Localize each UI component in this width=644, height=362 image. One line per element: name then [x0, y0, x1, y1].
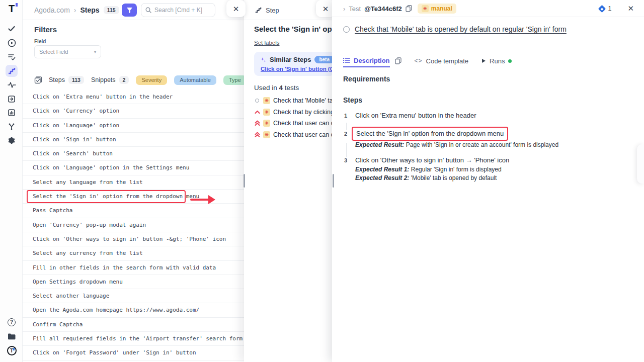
- task-diamond-icon: [598, 5, 606, 13]
- tab-snippets[interactable]: Snippets 2: [91, 76, 129, 84]
- used-in-tests-label: Used in 4 tests: [254, 84, 299, 92]
- tab-description[interactable]: Description: [343, 54, 390, 67]
- tab-description-label: Description: [354, 57, 390, 64]
- set-labels-link[interactable]: Set labels: [254, 40, 280, 46]
- copy-test-id-icon[interactable]: [406, 5, 412, 12]
- breadcrumb: Agoda.com › Steps 115: [34, 0, 119, 20]
- steps-icon[interactable]: [6, 65, 18, 77]
- branch-icon[interactable]: [6, 121, 18, 133]
- play-icon: [481, 58, 486, 63]
- search-icon: [145, 7, 151, 13]
- step-number: 2: [344, 131, 347, 137]
- tag-automatable[interactable]: Automatable: [174, 75, 216, 85]
- test-panel-resize-handle[interactable]: [333, 174, 334, 188]
- test-list-item[interactable]: ✳ Check that user can op: [254, 118, 332, 129]
- chevron-right-icon[interactable]: ›: [343, 5, 345, 13]
- step-title: Select the 'Sign in' optio: [254, 25, 332, 33]
- test-list-item[interactable]: ✳ Check that by clicking o: [254, 107, 332, 118]
- step-panel-resize-handle[interactable]: [244, 174, 245, 188]
- test-item-title: Check that by clicking o: [273, 109, 332, 116]
- tag-type[interactable]: Type: [223, 75, 247, 85]
- test-list-item[interactable]: ✳ Check that user can op: [254, 129, 332, 141]
- expected-result-text: 'Mobile' tab is opened by default: [411, 174, 497, 182]
- expected-result-label: Expected Result:: [355, 141, 404, 148]
- task-link[interactable]: 1: [599, 5, 611, 12]
- step-text-highlighted[interactable]: Select the 'Sign in' option from the dro…: [352, 127, 508, 141]
- help-icon[interactable]: ?: [6, 316, 18, 328]
- tab-steps-count: 113: [68, 76, 84, 84]
- steps-icon: [255, 7, 262, 14]
- projects-folder-icon[interactable]: [6, 330, 18, 342]
- collapsed-drawer-handle[interactable]: [637, 144, 644, 184]
- sparkle-icon: [261, 56, 266, 63]
- import-icon[interactable]: [6, 93, 18, 105]
- test-title-row: Check that 'Mobile' tab is opened by def…: [343, 25, 634, 33]
- search-box[interactable]: [141, 3, 215, 17]
- copy-description-icon[interactable]: [395, 57, 401, 64]
- field-label: Field: [34, 39, 46, 44]
- close-test-panel-button[interactable]: ✕: [627, 4, 634, 13]
- test-id: @Te344c6f2: [364, 5, 402, 13]
- tab-runs-label: Runs: [490, 57, 505, 65]
- list-toolbar: Steps 113 Snippets 2 Severity Automatabl…: [34, 74, 270, 85]
- multi-select-icon[interactable]: [34, 76, 42, 84]
- test-item-title: Check that user can op: [273, 120, 332, 127]
- expected-result: Expected Result: Page with 'Sign in or c…: [355, 141, 634, 149]
- test-breadcrumb-label: Test: [349, 5, 361, 13]
- tab-steps[interactable]: Steps 113: [49, 76, 84, 84]
- tab-code-template[interactable]: <> Code template: [415, 54, 469, 67]
- similar-step-link[interactable]: Click on 'Sign in' button (0.9715: [261, 66, 332, 72]
- manual-emoji-icon: ✳: [263, 109, 270, 116]
- tab-runs[interactable]: Runs: [481, 54, 512, 67]
- filters-title: Filters: [34, 25, 57, 34]
- test-step: 1 Click on 'Extra menu' button in the he…: [343, 111, 634, 121]
- step-text[interactable]: Click on 'Extra menu' button in the head…: [355, 111, 634, 121]
- runs-status-dot: [508, 59, 512, 63]
- search-input[interactable]: [154, 7, 210, 14]
- steps-count-badge: 115: [104, 6, 119, 14]
- test-list-item[interactable]: ✳ Check that 'Mobile' tab: [254, 95, 332, 107]
- step-text[interactable]: Click on 'Other ways to sign in' button …: [355, 155, 634, 165]
- step-panel-title-label: Step: [266, 7, 279, 14]
- step-detail-panel: Step ✕ Select the 'Sign in' optio Set la…: [244, 0, 332, 362]
- tab-snippets-count: 2: [119, 76, 129, 84]
- description-list-icon: [343, 57, 350, 63]
- close-step-panel-button[interactable]: ✕: [316, 0, 332, 17]
- test-title[interactable]: Check that 'Mobile' tab is opened by def…: [355, 25, 567, 33]
- manual-emoji-icon: ✳: [263, 120, 270, 127]
- breadcrumb-separator-icon: ›: [74, 6, 76, 14]
- task-count: 1: [608, 5, 611, 12]
- requirements-heading: Requirements: [343, 75, 390, 83]
- test-detail-panel: › Test @Te344c6f2 ✳ manual 1 ✕ Check tha…: [332, 0, 644, 362]
- tag-severity[interactable]: Severity: [136, 75, 167, 85]
- code-icon: <>: [415, 57, 423, 64]
- filter-button[interactable]: [122, 4, 137, 17]
- close-list-panel-button[interactable]: ✕: [226, 0, 246, 17]
- test-step: 3 Click on 'Other ways to sign in' butto…: [343, 155, 634, 183]
- tab-steps-label: Steps: [49, 76, 65, 83]
- report-chart-icon[interactable]: [6, 107, 18, 119]
- checklist-icon[interactable]: [6, 51, 18, 63]
- priority-none-icon: [254, 98, 260, 104]
- manual-emoji-icon: ✳: [263, 131, 270, 138]
- step-number: 3: [344, 157, 347, 163]
- close-icon: ✕: [323, 5, 329, 13]
- field-select[interactable]: Select Field ▾: [34, 45, 101, 58]
- pulse-icon[interactable]: [6, 79, 18, 91]
- manual-emoji-icon: ✳: [263, 97, 270, 104]
- step-connector: [346, 143, 347, 157]
- tasks-check-icon[interactable]: [6, 23, 18, 35]
- priority-highest-icon: [254, 120, 260, 126]
- app-sidebar: T ? T: [0, 0, 23, 362]
- runs-play-icon[interactable]: [6, 37, 18, 49]
- profile-logo-icon[interactable]: T: [6, 344, 18, 356]
- tab-snippets-label: Snippets: [91, 76, 116, 83]
- priority-none-icon: [343, 26, 350, 33]
- close-icon: ✕: [233, 5, 239, 13]
- steps-heading: Steps: [343, 96, 362, 104]
- tab-code-template-label: Code template: [426, 57, 469, 65]
- settings-gear-icon[interactable]: [6, 135, 18, 147]
- manual-badge: ✳ manual: [418, 4, 456, 14]
- used-in-tests-list: ✳ Check that 'Mobile' tab ✳ Check that b…: [254, 95, 332, 140]
- breadcrumb-project[interactable]: Agoda.com: [34, 6, 70, 14]
